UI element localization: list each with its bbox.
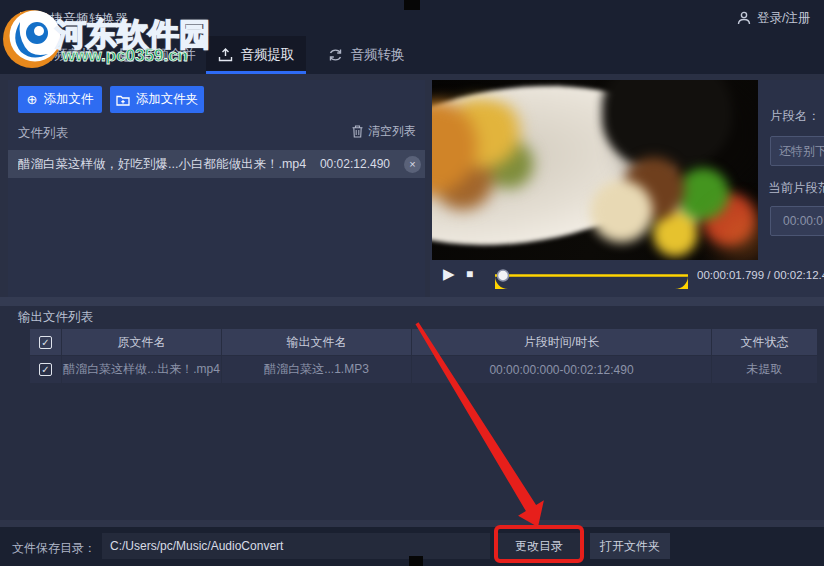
merge-icon (120, 48, 134, 62)
clip-range-label: 当前片段范围 (768, 180, 824, 197)
save-dir-path-field[interactable]: C:/Users/pc/Music/AudioConvert (102, 533, 490, 559)
clear-list-label: 清空列表 (368, 123, 416, 140)
tab-label: 音频合并 (142, 46, 196, 64)
row-source-name: 醋溜白菜这样做...出来！.mp4 (62, 356, 222, 383)
app-logo-icon (16, 11, 32, 25)
stop-button[interactable]: ■ (466, 267, 473, 281)
trim-end-handle (675, 276, 688, 289)
clip-range-start-input[interactable]: 00:00:0 (770, 206, 824, 236)
add-file-button[interactable]: ⊕ 添加文件 (18, 86, 102, 113)
clear-list-button[interactable]: 清空列表 (352, 123, 416, 140)
file-list-title: 文件列表 (18, 125, 68, 142)
time-readout: 00:00:01.799 / 00:02:12.490 (697, 269, 824, 281)
output-table-row[interactable]: ✓ 醋溜白菜这样做...出来！.mp4 醋溜白菜这...1.MP3 00:00:… (30, 356, 818, 383)
row-file-status: 未提取 (712, 356, 818, 383)
tab-label: 音频提取 (241, 46, 295, 64)
tab-audio-convert[interactable]: 音频转换 (316, 36, 416, 74)
annotation-highlight-box (494, 525, 584, 563)
tab-audio-extract[interactable]: 音频提取 (206, 36, 306, 74)
app-window: 迅捷音频转换器 登录/注册 ✂ 音频剪切 音频合并 音频提取 (0, 0, 824, 566)
capture-artifact (409, 556, 423, 566)
save-dir-path: C:/Users/pc/Music/AudioConvert (110, 539, 283, 553)
trash-icon (352, 125, 363, 138)
open-folder-button[interactable]: 打开文件夹 (590, 533, 670, 559)
trim-timeline-slider[interactable] (487, 267, 699, 293)
clip-name-label: 片段名： (770, 108, 820, 125)
row-checkbox[interactable]: ✓ (39, 363, 52, 376)
file-name: 醋溜白菜这样做，好吃到爆...小白都能做出来！.mp4 (18, 156, 318, 173)
user-icon (737, 11, 751, 25)
footer-divider (0, 520, 824, 527)
capture-artifact (404, 0, 420, 10)
tab-label: 音频转换 (351, 46, 405, 64)
login-register-label: 登录/注册 (757, 10, 810, 27)
save-dir-label: 文件保存目录： (12, 540, 96, 557)
current-time: 00:00:01.799 (697, 269, 764, 281)
add-folder-label: 添加文件夹 (136, 91, 199, 108)
header-checkbox-cell: ✓ (30, 329, 62, 355)
extract-icon (218, 48, 233, 62)
clip-name-value: 还特别下饭 (779, 143, 824, 160)
column-clip-time[interactable]: 片段时间/时长 (412, 329, 712, 355)
active-tab-underline (206, 71, 306, 74)
scissors-icon: ✂ (21, 47, 33, 63)
play-button[interactable]: ▶ (443, 265, 455, 283)
add-circle-icon: ⊕ (27, 92, 38, 107)
tab-label: 音频剪切 (41, 46, 95, 64)
column-output-name[interactable]: 输出文件名 (222, 329, 412, 355)
time-separator: / (767, 269, 770, 281)
tab-audio-merge[interactable]: 音频合并 (110, 36, 206, 74)
file-duration: 00:02:12.490 (318, 157, 390, 171)
clip-range-start-value: 00:00:0 (783, 214, 823, 228)
folder-add-icon (116, 94, 130, 106)
convert-icon (328, 48, 343, 62)
row-output-name: 醋溜白菜这...1.MP3 (222, 356, 412, 383)
clip-name-input[interactable]: 还特别下饭 (770, 136, 824, 166)
output-list-title: 输出文件列表 (18, 309, 93, 326)
app-title: 迅捷音频转换器 (37, 10, 128, 28)
column-source-name[interactable]: 原文件名 (62, 329, 222, 355)
playhead-handle (498, 270, 509, 281)
add-folder-button[interactable]: 添加文件夹 (110, 86, 204, 113)
row-clip-time: 00:00:00:000-00:02:12:490 (412, 356, 712, 383)
row-checkbox-cell: ✓ (30, 356, 62, 383)
select-all-checkbox[interactable]: ✓ (39, 336, 52, 349)
tab-audio-cut[interactable]: ✂ 音频剪切 (8, 36, 108, 74)
total-time: 00:02:12.490 (774, 269, 824, 281)
output-table-header: ✓ 原文件名 输出文件名 片段时间/时长 文件状态 (30, 329, 818, 355)
column-file-status[interactable]: 文件状态 (712, 329, 818, 355)
video-preview[interactable] (432, 80, 758, 260)
section-divider (0, 297, 824, 306)
remove-file-icon[interactable]: × (404, 156, 421, 173)
add-file-label: 添加文件 (43, 91, 93, 108)
login-register-button[interactable]: 登录/注册 (737, 8, 810, 28)
file-list-item[interactable]: 醋溜白菜这样做，好吃到爆...小白都能做出来！.mp4 00:02:12.490… (8, 150, 425, 178)
